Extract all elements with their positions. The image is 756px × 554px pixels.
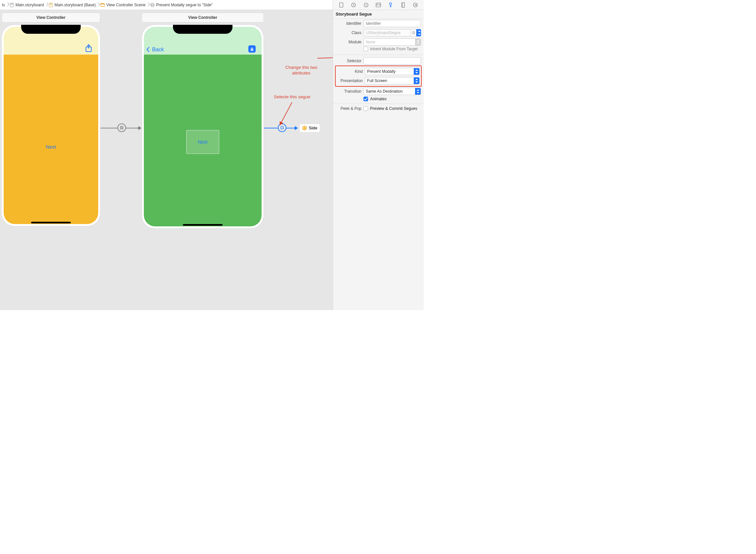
home-indicator: [183, 224, 223, 226]
quick-help-tab[interactable]: ?: [360, 0, 372, 10]
transition-select[interactable]: Same As Destination: [364, 88, 421, 95]
animates-checkbox[interactable]: [364, 97, 368, 101]
chevron-right-icon: [96, 0, 100, 10]
view-left: Next: [4, 55, 98, 224]
class-input[interactable]: [364, 29, 411, 37]
chevron-left-icon: [147, 47, 151, 53]
peekpop-label: Peek & Pop: [336, 106, 362, 111]
svg-rect-1: [11, 4, 13, 4]
jump-crumb-label: ls: [2, 3, 5, 7]
jump-to-class-button[interactable]: [411, 29, 416, 37]
svg-rect-9: [151, 4, 153, 6]
scene-title-text: View Controller: [188, 15, 217, 20]
class-label: Class: [336, 31, 362, 35]
chevron-right-icon: [146, 0, 149, 10]
side-view-controller-chip[interactable]: Side: [299, 124, 320, 132]
svg-rect-18: [250, 50, 254, 51]
annotation-highlight-box: Kind Present Modally Presentation Full S…: [335, 65, 422, 87]
inspector-panel: ? Storyboard Segue Identifier Class Modu…: [333, 0, 424, 310]
jump-crumb-4[interactable]: Present Modally segue to "Side": [149, 0, 213, 10]
svg-rect-7: [101, 3, 105, 4]
svg-rect-2: [11, 4, 13, 5]
chevron-right-icon: [6, 0, 9, 10]
identifier-label: Identifier: [336, 21, 362, 26]
svg-point-8: [150, 3, 154, 7]
inherit-module-label: Inherit Module From Target: [370, 47, 418, 51]
scene-title-text: View Controller: [37, 15, 65, 20]
identifier-input[interactable]: [364, 20, 421, 27]
peekpop-checkbox[interactable]: [364, 106, 368, 111]
vc-icon: [302, 126, 307, 130]
svg-rect-20: [121, 127, 122, 128]
share-icon[interactable]: [85, 44, 92, 53]
jump-crumb-3[interactable]: View Controller Scene: [100, 0, 146, 10]
jump-crumb-label: View Controller Scene: [106, 3, 145, 7]
inherit-module-checkbox[interactable]: [364, 47, 368, 51]
next-button-left[interactable]: Next: [46, 144, 56, 150]
presentation-label: Presentation: [337, 78, 363, 83]
selector-label: Selector: [336, 59, 362, 63]
class-stepper[interactable]: [416, 29, 421, 37]
annotation-select-segue: Selecte this segue: [274, 94, 310, 100]
svg-rect-28: [379, 4, 380, 4]
jump-bar[interactable]: ls Main.storyboard Main.storyboard (Base…: [0, 0, 365, 10]
svg-rect-5: [50, 4, 52, 5]
kind-label: Kind: [337, 69, 363, 74]
animates-label: Animates: [370, 97, 387, 101]
segue-icon: [150, 3, 155, 7]
notch: [173, 25, 233, 34]
svg-rect-0: [10, 3, 13, 7]
jump-crumb-label: Main.storyboard (Base): [55, 3, 96, 7]
jump-crumb-0[interactable]: ls: [1, 0, 6, 10]
module-label: Module: [336, 40, 362, 44]
scene-icon: [100, 3, 105, 7]
annotation-change-attrs: Change this two attributes: [281, 65, 321, 76]
jump-crumb-label: Present Modally segue to "Side": [156, 3, 213, 7]
connections-inspector-tab[interactable]: [410, 0, 422, 10]
annotation-arrow-icon: [279, 102, 292, 125]
container-next-label: Next: [198, 139, 208, 145]
scene-title-left[interactable]: View Controller: [2, 13, 100, 22]
notch: [21, 25, 81, 34]
scene-title-right[interactable]: View Controller: [141, 13, 264, 22]
svg-rect-4: [50, 4, 52, 4]
jump-crumb-label: Main.storyboard: [15, 3, 44, 7]
svg-rect-22: [340, 3, 343, 7]
view-right: Next: [144, 55, 262, 226]
history-inspector-tab[interactable]: [347, 0, 360, 10]
size-inspector-tab[interactable]: [397, 0, 409, 10]
canvas[interactable]: View Controller View Controller Next Bac…: [0, 10, 333, 310]
svg-text:?: ?: [365, 4, 367, 7]
svg-rect-3: [49, 3, 53, 7]
storyboard-file-icon: [49, 3, 53, 7]
svg-rect-19: [120, 126, 123, 129]
jump-crumb-2[interactable]: Main.storyboard (Base): [48, 0, 97, 10]
side-label: Side: [309, 126, 317, 130]
svg-point-27: [377, 4, 378, 5]
download-icon[interactable]: [248, 45, 256, 53]
svg-rect-21: [281, 127, 284, 129]
selector-input[interactable]: [364, 57, 421, 64]
inspector-tabs: ?: [333, 0, 424, 10]
svg-rect-29: [379, 5, 380, 5]
segue-modal-icon: [280, 126, 284, 130]
peekpop-value-label: Preview & Commit Segues: [370, 106, 417, 111]
segue-embed-icon: [120, 126, 124, 130]
section-title: Storyboard Segue: [333, 10, 424, 19]
device-left[interactable]: Next: [1, 24, 101, 226]
home-indicator: [31, 222, 71, 223]
transition-label: Transition: [336, 89, 362, 94]
storyboard-file-icon: [10, 3, 14, 7]
module-select[interactable]: None: [364, 38, 421, 46]
attributes-inspector-tab[interactable]: [385, 0, 397, 10]
jump-crumb-1[interactable]: Main.storyboard: [9, 0, 45, 10]
back-button[interactable]: Back: [147, 47, 164, 53]
chevron-right-icon: [45, 0, 48, 10]
container-view[interactable]: Next: [186, 130, 219, 154]
device-right[interactable]: Back Next: [141, 24, 264, 229]
kind-select[interactable]: Present Modally: [365, 68, 420, 75]
file-inspector-tab[interactable]: [335, 0, 347, 10]
presentation-select[interactable]: Full Screen: [365, 77, 420, 85]
identity-inspector-tab[interactable]: [372, 0, 384, 10]
